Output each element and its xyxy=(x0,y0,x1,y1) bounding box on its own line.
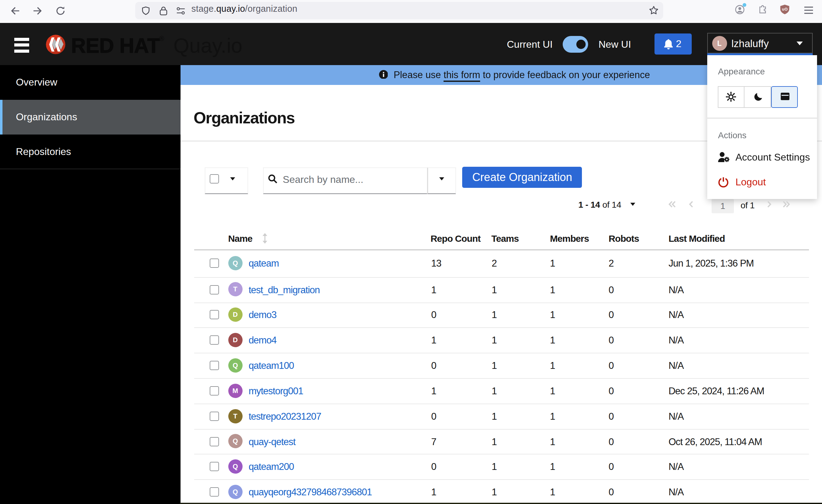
svg-text:uO: uO xyxy=(782,7,788,11)
